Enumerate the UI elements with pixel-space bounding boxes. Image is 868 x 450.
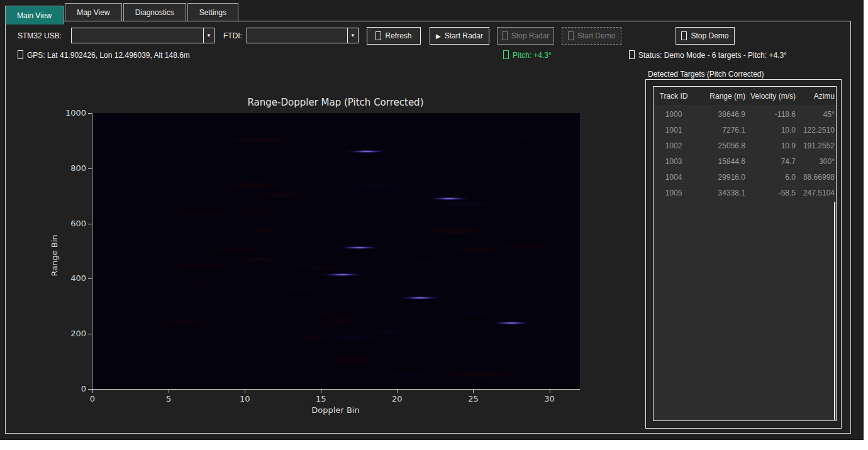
x-axis-label: Doppler Bin [92, 405, 579, 415]
noise-blob [171, 307, 226, 309]
noise-blob [258, 193, 304, 197]
table-cell: 10.0 [748, 126, 798, 134]
table-row[interactable]: 100429916.06.088.66998 [654, 169, 836, 185]
demo-icon [568, 31, 574, 40]
table-row[interactable]: 100315844.674.7300° [654, 153, 836, 169]
table-cell: -118.6 [748, 110, 798, 119]
table-cell: 6.0 [748, 173, 798, 182]
target-blip [337, 246, 382, 250]
column-header-range[interactable]: Range (m) [694, 92, 748, 101]
stm32-usb-combobox-value [72, 28, 203, 43]
table-cell: 25056.8 [694, 141, 748, 150]
x-tick-label: 15 [308, 394, 333, 403]
start-radar-button[interactable]: ▶ Start Radar [430, 27, 489, 45]
column-header-track-id[interactable]: Track ID [654, 92, 694, 101]
noise-blob [320, 322, 363, 325]
noise-blob [348, 187, 399, 190]
target-blip [489, 321, 534, 325]
targets-table-header: Track ID Range (m) Velocity (m/s) Azimu [654, 87, 836, 106]
target-blip [398, 296, 443, 300]
stop-demo-button[interactable]: Stop Demo [676, 27, 735, 45]
noise-blob [252, 228, 274, 232]
stop-icon [502, 31, 508, 40]
stop-radar-button: Stop Radar [497, 27, 554, 45]
start-demo-button-label: Start Demo [577, 31, 616, 40]
start-demo-button: Start Demo [562, 27, 621, 45]
target-blip [344, 150, 389, 153]
y-tick [88, 278, 92, 279]
table-cell: 1002 [654, 141, 694, 150]
play-icon: ▶ [436, 33, 441, 40]
noise-blob [177, 212, 230, 216]
y-tick-label: 1000 [56, 108, 86, 118]
pitch-indicator: Pitch: +4.3° [503, 50, 552, 60]
x-tick [397, 389, 398, 393]
y-tick-label: 200 [56, 329, 86, 338]
table-cell: 1000 [654, 110, 694, 119]
noise-blob [165, 321, 203, 324]
tab-map-view[interactable]: Map View [65, 3, 121, 21]
chart-title: Range-Doppler Map (Pitch Corrected) [92, 97, 579, 108]
table-cell: 34338.1 [694, 189, 748, 197]
noise-blob [138, 349, 165, 351]
table-cell: 38646.9 [694, 110, 748, 119]
noise-blob [298, 337, 328, 339]
noise-blob [136, 190, 198, 193]
noise-blob [372, 330, 403, 334]
noise-blob [174, 263, 228, 266]
stm32-usb-combobox[interactable]: ▼ [71, 28, 214, 43]
table-cell: 1003 [654, 157, 694, 166]
column-header-azimuth[interactable]: Azimu [798, 92, 835, 101]
table-row[interactable]: 10017276.110.0122.2510 [654, 122, 836, 138]
table-row[interactable]: 100225056.810.9191.2552 [654, 138, 836, 153]
x-tick-label: 25 [460, 394, 486, 403]
y-tick [88, 168, 92, 169]
pitch-indicator-text: Pitch: +4.3° [513, 51, 552, 60]
table-cell: 1001 [654, 126, 694, 134]
table-cell: 15844.6 [694, 157, 748, 166]
noise-blob [435, 203, 495, 207]
chevron-down-icon[interactable]: ▼ [203, 28, 214, 43]
table-row[interactable]: 100038646.9-118.645° [654, 106, 836, 122]
x-tick [473, 389, 474, 393]
table-cell: 1004 [654, 173, 694, 182]
noise-blob [347, 184, 406, 186]
noise-blob [231, 139, 287, 143]
radar-status: Status: Demo Mode - 6 targets - Pitch: +… [629, 50, 787, 60]
refresh-button-label: Refresh [385, 31, 411, 40]
gps-status: GPS: Lat 41.902426, Lon 12.496039, Alt 1… [18, 50, 190, 60]
y-tick [88, 113, 92, 114]
tab-diagnostics[interactable]: Diagnostics [123, 3, 186, 21]
table-row[interactable]: 100534338.1-58.5247.5104 [654, 185, 836, 200]
ftdi-combobox-value [247, 28, 347, 43]
x-tick-label: 20 [384, 394, 409, 403]
noise-blob [209, 247, 263, 251]
table-scrollbar[interactable] [834, 202, 835, 420]
ftdi-combobox[interactable]: ▼ [247, 28, 359, 43]
table-cell: 247.5104 [798, 189, 835, 197]
tab-settings[interactable]: Settings [187, 3, 238, 21]
radar-icon [629, 50, 635, 59]
table-cell: 7276.1 [694, 126, 748, 134]
table-cell: 191.2552 [798, 141, 835, 150]
noise-blob [168, 209, 223, 211]
y-tick [88, 334, 92, 334]
chevron-down-icon[interactable]: ▼ [347, 28, 358, 43]
y-axis-label: Range Bin [50, 231, 59, 281]
noise-blob [261, 305, 292, 309]
noise-blob [426, 229, 482, 233]
tab-main-view[interactable]: Main View [5, 6, 64, 25]
noise-blob [278, 287, 321, 290]
table-cell: 45° [798, 110, 835, 119]
gyro-icon [503, 50, 509, 59]
noise-blob [331, 310, 370, 312]
table-cell: 29916.0 [694, 173, 748, 182]
x-tick-label: 30 [537, 394, 562, 403]
noise-blob [238, 258, 282, 261]
refresh-button[interactable]: Refresh [367, 27, 421, 45]
noise-blob [328, 336, 377, 341]
stop-demo-button-label: Stop Demo [691, 31, 728, 40]
column-header-velocity[interactable]: Velocity (m/s) [748, 92, 798, 101]
radar-status-text: Status: Demo Mode - 6 targets - Pitch: +… [638, 51, 787, 60]
y-tick-label: 400 [56, 273, 86, 283]
